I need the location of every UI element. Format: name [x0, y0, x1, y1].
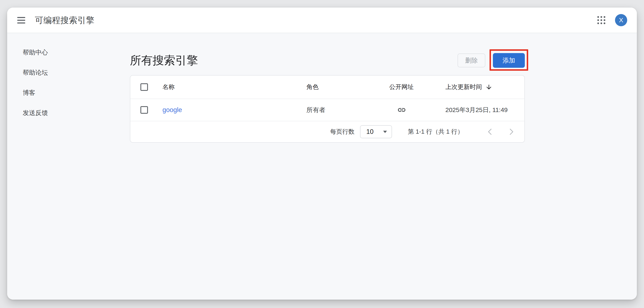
engine-name-link[interactable]: google	[162, 106, 182, 114]
column-header-name[interactable]: 名称	[162, 83, 306, 91]
top-app-bar: 可编程搜索引擎 X	[7, 7, 637, 33]
sidebar-item-help-forum[interactable]: 帮助论坛	[23, 69, 48, 77]
sidebar-item-blog[interactable]: 博客	[23, 89, 48, 97]
avatar[interactable]: X	[615, 14, 627, 26]
sidebar: 帮助中心 帮助论坛 博客 发送反馈	[23, 48, 48, 129]
row-checkbox[interactable]	[140, 106, 148, 114]
column-header-last-updated[interactable]: 上次更新时间	[446, 83, 524, 91]
column-header-role[interactable]: 角色	[306, 83, 389, 91]
table-header-row: 名称 角色 公开网址 上次更新时间	[130, 76, 524, 99]
select-all-checkbox[interactable]	[140, 83, 148, 91]
page-body: 帮助中心 帮助论坛 博客 发送反馈 所有搜索引擎 删除 添加	[7, 33, 637, 300]
add-button[interactable]: 添加	[493, 53, 525, 68]
last-updated-cell: 2025年3月25日, 11:49	[446, 106, 524, 114]
rows-per-page-label: 每页行数	[330, 128, 354, 136]
chevron-right-icon[interactable]	[507, 128, 515, 136]
main-content: 所有搜索引擎 删除 添加 名称 角色	[130, 33, 525, 143]
delete-button[interactable]: 删除	[458, 53, 485, 67]
pagination-range-text: 第 1-1 行（共 1 行）	[408, 128, 464, 136]
chevron-left-icon[interactable]	[486, 128, 494, 136]
pager-controls	[486, 128, 515, 136]
page-title: 所有搜索引擎	[130, 53, 198, 68]
column-header-last-updated-label: 上次更新时间	[446, 83, 482, 91]
arrow-downward-icon[interactable]	[485, 84, 492, 91]
app-window: 可编程搜索引擎 X 帮助中心 帮助论坛 博客 发送反馈 所有搜索引擎 删除 添加	[7, 7, 637, 300]
caret-down-icon	[383, 131, 387, 133]
hamburger-menu-icon[interactable]	[17, 17, 25, 23]
title-row: 所有搜索引擎 删除 添加	[130, 52, 525, 69]
action-buttons: 删除 添加	[458, 53, 525, 68]
row-checkbox-cell	[130, 106, 162, 114]
public-url-cell	[389, 106, 446, 114]
rows-per-page-select[interactable]: 10	[360, 125, 392, 138]
topbar-right: X	[597, 14, 627, 26]
header-checkbox-cell	[130, 83, 162, 91]
table-pagination: 每页行数 10 第 1-1 行（共 1 行）	[130, 121, 524, 142]
table-row: google 所有者 2025年3月25日, 11:49	[130, 99, 524, 121]
apps-grid-icon[interactable]	[597, 16, 605, 24]
engine-role-cell: 所有者	[306, 106, 389, 114]
search-engines-table: 名称 角色 公开网址 上次更新时间 g	[130, 75, 525, 143]
engine-name-cell: google	[162, 106, 306, 114]
link-icon[interactable]	[397, 106, 406, 114]
rows-per-page-value: 10	[366, 128, 374, 136]
column-header-public-url[interactable]: 公开网址	[389, 83, 446, 91]
app-title: 可编程搜索引擎	[35, 14, 94, 26]
sidebar-item-send-feedback[interactable]: 发送反馈	[23, 109, 48, 117]
add-button-wrap: 添加	[493, 53, 525, 68]
sidebar-item-help-center[interactable]: 帮助中心	[23, 48, 48, 56]
